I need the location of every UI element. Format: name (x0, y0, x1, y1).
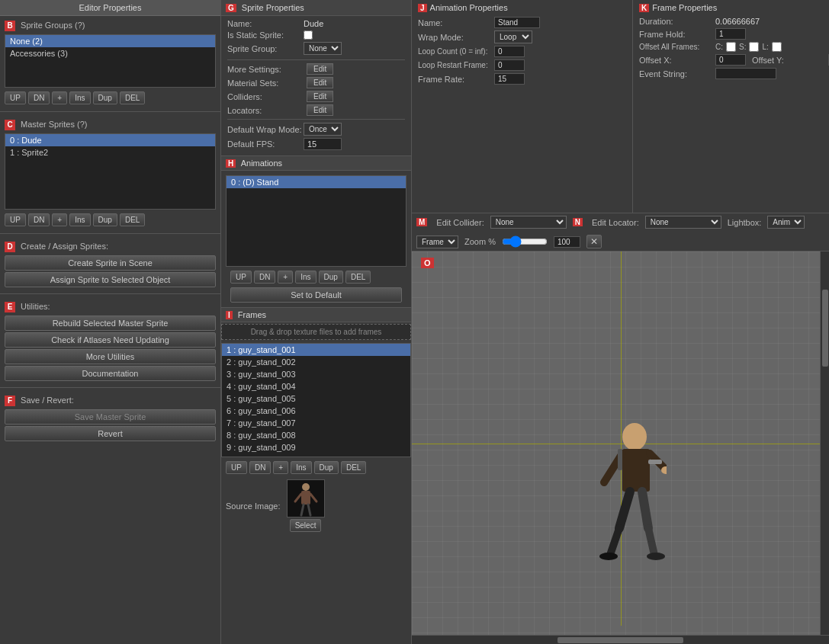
documentation-btn[interactable]: Documentation (5, 366, 216, 381)
offsetx-label: Offset X: (639, 56, 715, 65)
anim-loopres-input[interactable] (494, 59, 525, 71)
locators-row: Locators: Edit (227, 104, 405, 116)
zoom-slider[interactable] (502, 235, 548, 248)
canvas-viewport[interactable]: O (412, 252, 829, 635)
list-item[interactable]: 0 : (D) Stand (227, 176, 406, 188)
frame-del-btn[interactable]: DEL (341, 461, 366, 474)
sprite-groups-up-btn[interactable]: UP (5, 91, 26, 104)
check-atlases-btn[interactable]: Check if Atlases Need Updating (5, 332, 216, 348)
list-item[interactable]: 3 : guy_stand_003 (222, 368, 410, 380)
master-sprites-dn-btn[interactable]: DN (28, 213, 50, 226)
list-item[interactable]: 1 : guy_stand_001 (222, 344, 410, 356)
isstatic-checkbox[interactable] (304, 30, 313, 40)
zoom-input[interactable] (554, 236, 580, 248)
list-item[interactable]: 9 : guy_stand_009 (222, 441, 410, 453)
anim-name-input[interactable] (494, 17, 540, 28)
section-i-letter: I (226, 311, 233, 319)
animations-list[interactable]: 0 : (D) Stand (226, 175, 406, 267)
list-item[interactable]: 1 : Sprite2 (5, 146, 215, 159)
frame-ins-btn[interactable]: Ins (291, 461, 311, 474)
materialsets-edit-btn[interactable]: Edit (307, 77, 333, 88)
more-utilities-btn[interactable]: More Utilities (5, 349, 216, 364)
list-item[interactable]: 7 : guy_stand_007 (222, 417, 410, 429)
master-sprites-del-btn[interactable]: DEL (120, 213, 145, 226)
offsetx-input[interactable] (715, 54, 746, 66)
master-sprites-up-btn[interactable]: UP (5, 213, 26, 226)
assign-sprite-btn[interactable]: Assign Sprite to Selected Object (5, 272, 216, 287)
framehold-input[interactable] (715, 28, 746, 40)
spritegroup-select[interactable]: None (304, 42, 342, 55)
anim-wrapmode-select[interactable]: Loop Once (494, 30, 532, 43)
create-sprite-btn[interactable]: Create Sprite in Scene (5, 255, 216, 271)
zoom-reset-btn[interactable]: ✕ (586, 235, 602, 248)
frames-section: Drag & drop texture files to add frames … (221, 322, 411, 644)
edit-locator-select[interactable]: None (645, 216, 721, 229)
frame-add-btn[interactable]: + (273, 461, 288, 474)
master-sprites-dup-btn[interactable]: Dup (93, 213, 117, 226)
horizontal-scrollbar-thumb[interactable] (557, 637, 683, 643)
horizontal-scrollbar[interactable] (412, 635, 829, 644)
section-c-letter: C (5, 120, 15, 130)
select-source-btn[interactable]: Select (290, 519, 322, 532)
offset-c-checkbox[interactable] (726, 42, 736, 52)
name-label: Name: (227, 19, 304, 28)
defaultwrapmode-select[interactable]: Once Loop (304, 123, 342, 136)
framehold-label: Frame Hold: (639, 30, 715, 39)
utilities-label: E Utilities: (0, 299, 220, 314)
sprite-groups-ins-btn[interactable]: Ins (69, 91, 90, 104)
anim-dn-btn[interactable]: DN (254, 271, 275, 284)
frames-list[interactable]: 1 : guy_stand_001 2 : guy_stand_002 3 : … (221, 343, 411, 457)
list-item[interactable]: 0 : Dude (5, 134, 215, 146)
list-item[interactable]: None (2) (5, 35, 215, 47)
anim-framerate-input[interactable] (494, 73, 525, 85)
anim-loopcnt-row: Loop Count (0 = inf): (418, 46, 626, 57)
frame-dn-btn[interactable]: DN (249, 461, 271, 474)
defaultfps-input[interactable] (304, 138, 342, 150)
create-assign-label: D Create / Assign Sprites: (0, 239, 220, 254)
master-sprites-ins-btn[interactable]: Ins (69, 213, 90, 226)
revert-btn[interactable]: Revert (5, 426, 216, 441)
master-sprites-add-btn[interactable]: + (52, 213, 67, 226)
sprite-groups-dup-btn[interactable]: Dup (93, 91, 117, 104)
anim-del-btn[interactable]: DEL (345, 271, 371, 284)
save-revert-section: F Save / Revert: Save Master Sprite Reve… (0, 391, 220, 444)
sprite-groups-dn-btn[interactable]: DN (28, 91, 50, 104)
moresettings-edit-btn[interactable]: Edit (307, 63, 333, 75)
colliders-row: Colliders: Edit (227, 91, 405, 102)
offsetallframes-label: Offset All Frames: (639, 43, 715, 51)
colliders-edit-btn[interactable]: Edit (307, 91, 333, 102)
rebuild-sprite-btn[interactable]: Rebuild Selected Master Sprite (5, 316, 216, 331)
save-master-sprite-btn[interactable]: Save Master Sprite (5, 409, 216, 425)
offset-s-checkbox[interactable] (749, 42, 759, 52)
list-item[interactable]: 8 : guy_stand_008 (222, 429, 410, 441)
list-item[interactable]: 4 : guy_stand_004 (222, 380, 410, 392)
defaultfps-row: Default FPS: (227, 138, 405, 150)
sprite-groups-del-btn[interactable]: DEL (120, 91, 145, 104)
eventstring-input[interactable] (715, 68, 776, 79)
sprite-groups-add-btn[interactable]: + (52, 91, 67, 104)
edit-collider-label: Edit Collider: (436, 218, 484, 227)
list-item[interactable]: 6 : guy_stand_006 (222, 405, 410, 417)
isstatic-row: Is Static Sprite: (227, 30, 405, 40)
frame-dup-btn[interactable]: Dup (314, 461, 339, 474)
master-sprites-list[interactable]: 0 : Dude 1 : Sprite2 (5, 133, 216, 210)
locators-edit-btn[interactable]: Edit (307, 104, 333, 116)
edit-collider-select[interactable]: None (490, 216, 567, 229)
lightbox-anim-select[interactable]: Anim (767, 216, 805, 229)
anim-up-btn[interactable]: UP (230, 271, 252, 284)
set-to-default-btn[interactable]: Set to Default (230, 287, 402, 303)
vertical-scrollbar[interactable] (820, 252, 829, 635)
anim-dup-btn[interactable]: Dup (319, 271, 343, 284)
anim-add-btn[interactable]: + (278, 271, 293, 284)
frame-up-btn[interactable]: UP (226, 461, 247, 474)
anim-loopcnt-input[interactable] (494, 46, 525, 57)
sprite-groups-list[interactable]: None (2) Accessories (3) (5, 34, 216, 88)
editor-properties-title: Editor Properties (0, 0, 220, 16)
anim-ins-btn[interactable]: Ins (295, 271, 316, 284)
lightbox-frame-select[interactable]: Frame (416, 235, 458, 248)
list-item[interactable]: Accessories (3) (5, 47, 215, 59)
list-item[interactable]: 2 : guy_stand_002 (222, 356, 410, 368)
vertical-scrollbar-thumb[interactable] (822, 290, 828, 367)
list-item[interactable]: 5 : guy_stand_005 (222, 392, 410, 405)
offset-l-checkbox[interactable] (772, 42, 782, 52)
